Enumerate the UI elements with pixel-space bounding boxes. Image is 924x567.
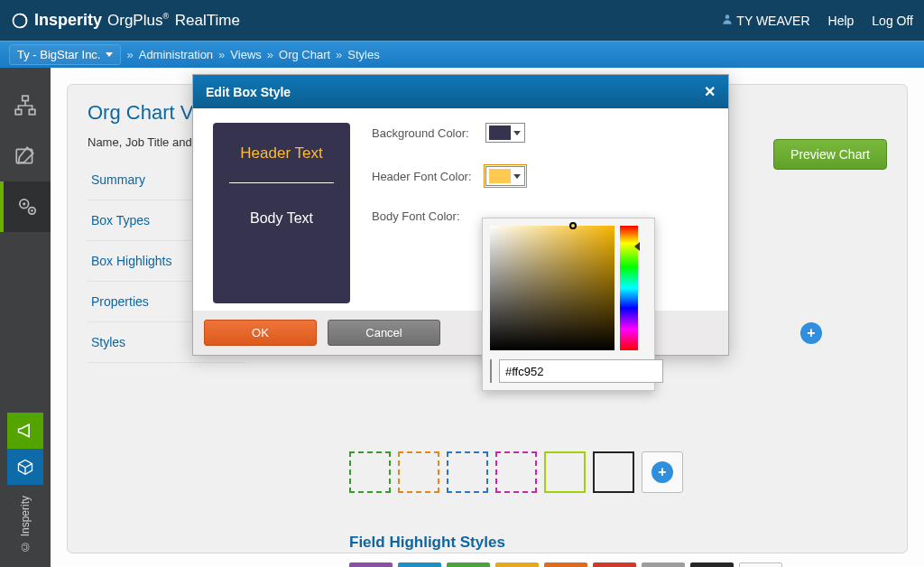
color-picker — [482, 218, 655, 391]
preview-body-text: Body Text — [229, 210, 334, 227]
bg-color-swatch — [489, 125, 511, 140]
header-font-color-picker[interactable] — [485, 166, 525, 186]
chevron-down-icon — [513, 131, 521, 135]
style-preview: Header Text Body Text — [213, 123, 350, 303]
modal-titlebar: Edit Box Style ✕ — [193, 75, 728, 108]
body-font-color-label: Body Font Color: — [372, 209, 485, 223]
sv-pointer-icon — [569, 222, 577, 229]
header-font-color-label: Header Font Color: — [372, 170, 485, 183]
header-font-color-swatch — [489, 169, 511, 183]
cancel-button[interactable]: Cancel — [328, 320, 440, 346]
saturation-value-area[interactable] — [490, 226, 614, 350]
ok-button[interactable]: OK — [204, 320, 317, 346]
current-color-swatch — [490, 359, 492, 383]
chevron-down-icon — [513, 174, 521, 179]
modal-close-button[interactable]: ✕ — [704, 83, 716, 100]
modal-title-text: Edit Box Style — [206, 85, 291, 99]
hue-slider[interactable] — [620, 226, 638, 350]
hue-pointer-icon — [634, 242, 640, 251]
preview-divider — [229, 182, 334, 183]
preview-header-text: Header Text — [229, 144, 334, 163]
bg-color-picker[interactable] — [485, 123, 525, 143]
bg-color-label: Background Color: — [372, 126, 485, 140]
hex-input[interactable] — [499, 359, 663, 383]
